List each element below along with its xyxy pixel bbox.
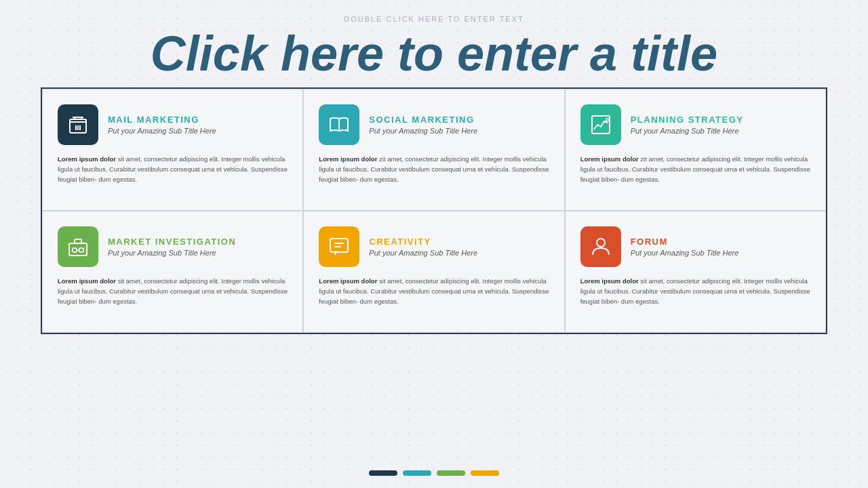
card-subtitle-forum: Put your Amazing Sub Title Here [631,249,739,257]
card-title-social: SOCIAL MARKETING [369,115,477,125]
card-title-planning: PLANNING STRATEGY [631,115,744,125]
card-header: CREATIVITY Put your Amazing Sub Title He… [319,226,549,267]
card-header: MAIL MARKETING Put your Amazing Sub Titl… [58,104,288,145]
social-marketing-icon-box [319,104,359,145]
forum-icon-box [580,226,621,267]
page-dot-1[interactable] [369,470,397,476]
card-header: MARKET INVESTIGATION Put your Amazing Su… [58,226,288,267]
page: DOUBLE CLICK HERE TO ENTER TEXT Click he… [0,0,868,488]
card-market-investigation: MARKET INVESTIGATION Put your Amazing Su… [42,211,303,333]
card-subtitle-social: Put your Amazing Sub Title Here [369,127,477,135]
card-title-group: FORUM Put your Amazing Sub Title Here [631,237,739,257]
card-title-group: MAIL MARKETING Put your Amazing Sub Titl… [108,115,216,135]
svg-rect-11 [69,243,87,256]
card-forum: FORUM Put your Amazing Sub Title Here Lo… [565,211,826,333]
card-subtitle-market: Put your Amazing Sub Title Here [108,249,236,257]
svg-rect-12 [73,248,77,252]
card-body-creativity: Lorem ipsum dolor sit amet, consectetur … [319,277,549,306]
user-icon [589,235,612,258]
card-title-forum: FORUM [631,237,739,247]
card-title-creativity: CREATIVITY [369,237,477,247]
mail-icon [66,113,90,136]
card-mail-marketing: MAIL MARKETING Put your Amazing Sub Titl… [42,89,303,211]
card-header: PLANNING STRATEGY Put your Amazing Sub T… [580,104,810,145]
card-subtitle-planning: Put your Amazing Sub Title Here [631,127,744,135]
card-subtitle-mail: Put your Amazing Sub Title Here [108,127,216,135]
card-social-marketing: SOCIAL MARKETING Put your Amazing Sub Ti… [303,89,564,211]
card-body-forum: Lorem ipsum dolor sit amet, consectetur … [580,277,810,306]
card-title-group: PLANNING STRATEGY Put your Amazing Sub T… [631,115,744,135]
svg-point-10 [606,119,609,121]
card-subtitle-creativity: Put your Amazing Sub Title Here [369,249,477,257]
card-title-market: MARKET INVESTIGATION [108,237,236,247]
pagination [369,470,499,476]
svg-rect-13 [79,248,83,252]
main-title[interactable]: Click here to enter a title [0,27,868,81]
page-dot-4[interactable] [471,470,499,476]
card-header: FORUM Put your Amazing Sub Title Here [580,226,810,267]
header: DOUBLE CLICK HERE TO ENTER TEXT Click he… [0,0,868,87]
svg-rect-15 [330,239,348,252]
card-body-planning: Lorem ipsum dolor zit amet, consectetur … [580,155,810,184]
card-title-group: SOCIAL MARKETING Put your Amazing Sub Ti… [369,115,477,135]
card-title-mail: MAIL MARKETING [108,115,216,125]
card-creativity: CREATIVITY Put your Amazing Sub Title He… [303,211,564,333]
card-grid: MAIL MARKETING Put your Amazing Sub Titl… [41,87,827,334]
planning-strategy-icon-box [580,104,621,145]
market-investigation-icon-box [58,226,98,267]
page-dot-3[interactable] [437,470,465,476]
card-title-group: MARKET INVESTIGATION Put your Amazing Su… [108,237,236,257]
svg-point-18 [597,239,605,247]
book-icon [328,113,351,136]
header-prompt[interactable]: DOUBLE CLICK HERE TO ENTER TEXT [0,15,868,23]
card-body-mail: Lorem ipsum dolor sit amet, consectetur … [58,155,288,184]
creativity-icon-box [319,226,359,267]
chart-icon [589,113,612,136]
card-body-market: Lorem ipsum dolor sit amet, consectetur … [58,277,288,306]
card-header: SOCIAL MARKETING Put your Amazing Sub Ti… [319,104,549,145]
page-dot-2[interactable] [403,470,431,476]
card-planning-strategy: PLANNING STRATEGY Put your Amazing Sub T… [565,89,826,211]
card-body-social: Lorem ipsum dolor zit amet, consectetur … [319,155,549,184]
mail-marketing-icon-box [58,104,98,145]
chat-icon [328,235,351,258]
briefcase-icon [66,235,90,258]
card-title-group: CREATIVITY Put your Amazing Sub Title He… [369,237,477,257]
